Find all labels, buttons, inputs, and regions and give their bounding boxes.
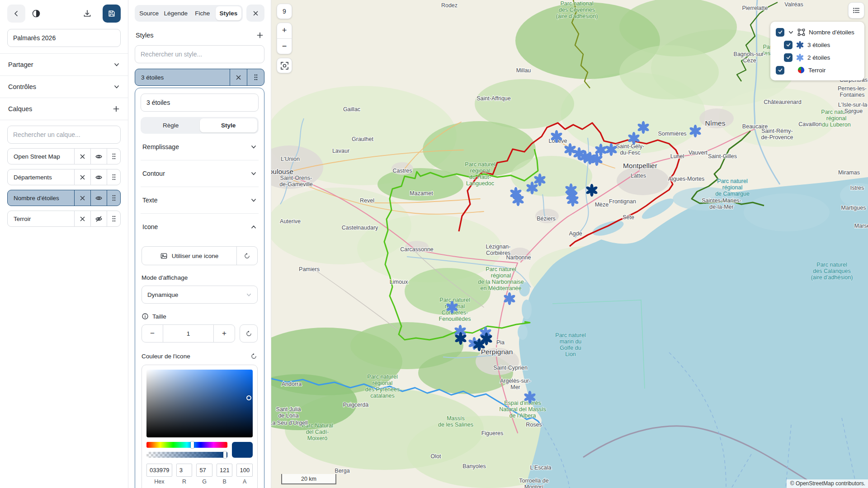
city-label: Cavaillon (798, 121, 821, 127)
b-label: B (223, 479, 226, 485)
city-label: Saint-Affrique (476, 95, 511, 102)
style-search-input[interactable] (135, 45, 264, 63)
layer-row-osm[interactable]: Open Street Map (7, 148, 121, 164)
layer-row-nombre-etoiles[interactable]: Nombre d'étoiles (7, 190, 121, 206)
city-label: Saint-Gély-du-Fesc (616, 143, 645, 156)
map-legend: Nombre d'étoiles 3 étoiles 2 étoiles Ter… (770, 22, 864, 80)
checkbox-checked[interactable] (776, 28, 784, 37)
g-label: G (202, 479, 207, 485)
chevron-down-icon (246, 292, 252, 298)
legend-toggle-button[interactable] (848, 2, 864, 19)
hue-slider[interactable] (146, 442, 227, 448)
alpha-slider[interactable] (146, 452, 227, 458)
layer-row-departements[interactable]: Départements (7, 169, 121, 185)
style-name-input[interactable] (141, 94, 259, 112)
tab-styles[interactable]: Styles (216, 6, 241, 20)
eye-icon[interactable] (90, 169, 107, 185)
section-calques[interactable]: Calques (0, 98, 128, 120)
use-icon-button[interactable]: Utiliser une icone (142, 247, 236, 265)
reset-size-button[interactable] (240, 324, 258, 343)
reset-icon-button[interactable] (236, 247, 257, 265)
b-input[interactable] (217, 464, 233, 477)
delete-layer-icon[interactable] (74, 211, 90, 226)
chevron-down-icon[interactable] (788, 29, 794, 35)
section-texte[interactable]: Texte (141, 187, 259, 214)
a-input[interactable] (236, 464, 253, 477)
alpha-handle[interactable] (223, 451, 226, 458)
delete-style-icon[interactable] (230, 69, 247, 85)
save-button[interactable] (103, 5, 121, 23)
section-label: Icone (142, 223, 158, 230)
city-label: Millau (516, 67, 531, 74)
display-mode-select[interactable]: Dynamique (142, 286, 258, 304)
scale-bar: 20 km (281, 474, 336, 484)
section-partager[interactable]: Partager (0, 53, 128, 75)
mode-tabs: Règle Style (141, 117, 259, 134)
reset-color-icon[interactable] (250, 352, 258, 360)
style-editor: Règle Style Remplissage Contour Texte Ic… (135, 88, 264, 488)
drag-handle-icon[interactable] (247, 69, 264, 85)
city-label: L'Escala (530, 465, 552, 471)
section-icone[interactable]: Icone (141, 214, 259, 240)
eye-icon[interactable] (90, 190, 107, 206)
city-label: Saint-Cyprien (493, 365, 528, 371)
eye-icon[interactable] (90, 149, 107, 164)
contrast-icon[interactable] (32, 9, 41, 18)
recenter-button[interactable] (277, 58, 292, 73)
tab-style[interactable]: Style (200, 118, 258, 132)
layer-row-terroir[interactable]: Terroir (7, 211, 121, 227)
city-label: Frontignan (609, 198, 636, 205)
delete-layer-icon[interactable] (74, 149, 90, 164)
delete-layer-icon[interactable] (74, 169, 90, 185)
park-label: Parc naturelrégionaldes Pyrénéescatalane… (365, 374, 400, 399)
layer-label: Terroir (8, 211, 74, 226)
tab-fiche[interactable]: Fiche (189, 6, 215, 20)
legend-item-label: 2 étoiles (807, 54, 830, 61)
decrement-button[interactable]: − (142, 325, 163, 342)
zoom-out-button[interactable]: − (277, 39, 292, 54)
delete-layer-icon[interactable] (74, 190, 90, 206)
drag-handle-icon[interactable] (107, 190, 120, 206)
section-contour[interactable]: Contour (141, 160, 259, 187)
map-canvas[interactable]: Parc naturelrégionaldu Haut-LanguedocPar… (271, 0, 868, 488)
city-label: Carcassonne (400, 246, 434, 253)
tab-regle[interactable]: Règle (142, 118, 200, 132)
back-button[interactable] (7, 5, 25, 23)
style-item-3-etoiles[interactable]: 3 étoiles (135, 69, 264, 86)
chevron-down-icon (250, 197, 257, 203)
increment-button[interactable]: + (214, 325, 235, 342)
image-icon (160, 252, 168, 260)
saturation-cursor[interactable] (246, 395, 251, 400)
add-layer-icon[interactable] (113, 105, 120, 113)
tab-legende[interactable]: Légende (162, 6, 189, 20)
legend-terroir-label: Terroir (808, 67, 826, 74)
section-controles[interactable]: Contrôles (0, 75, 128, 98)
city-label: Andorra (282, 381, 302, 387)
hue-handle[interactable] (191, 441, 194, 448)
download-button[interactable] (78, 5, 96, 23)
project-title-input[interactable] (7, 29, 121, 47)
drag-handle-icon[interactable] (107, 149, 120, 164)
eye-off-icon[interactable] (90, 211, 107, 226)
drag-handle-icon[interactable] (107, 211, 120, 226)
r-input[interactable] (176, 464, 193, 477)
city-label: Figueres (481, 430, 504, 436)
size-value[interactable]: 1 (163, 325, 214, 342)
tab-source[interactable]: Source (136, 6, 162, 20)
close-panel-button[interactable] (246, 5, 264, 22)
add-style-icon[interactable] (256, 32, 264, 39)
checkbox-checked[interactable] (776, 66, 784, 75)
checkbox-checked[interactable] (784, 41, 793, 49)
section-remplissage[interactable]: Remplissage (141, 134, 259, 160)
hex-input[interactable] (146, 464, 172, 477)
star-2-icon (796, 54, 804, 61)
zoom-in-button[interactable]: + (277, 23, 292, 39)
city-label: Gaillac (343, 106, 360, 113)
checkbox-checked[interactable] (784, 53, 793, 62)
g-input[interactable] (196, 464, 212, 477)
city-label: Castelnaudary (342, 225, 378, 231)
layer-search-input[interactable] (7, 126, 121, 144)
saturation-area[interactable] (146, 370, 253, 437)
drag-handle-icon[interactable] (107, 169, 120, 185)
city-label: L'Union (281, 156, 300, 162)
